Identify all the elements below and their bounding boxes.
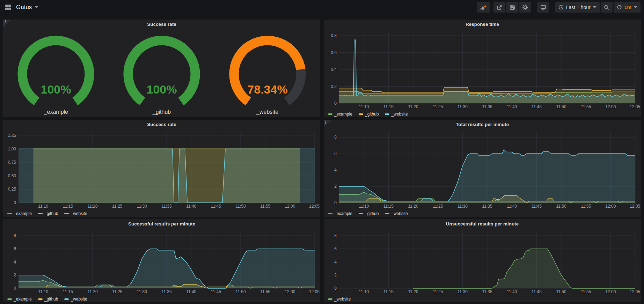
svg-text:11:45: 11:45 (532, 104, 542, 109)
svg-text:0.6: 0.6 (331, 50, 337, 55)
svg-text:11:25: 11:25 (112, 289, 122, 294)
legend-item-_website[interactable]: _website (64, 297, 87, 302)
legend-label: _website (334, 297, 351, 302)
svg-text:0.25: 0.25 (8, 187, 16, 192)
svg-text:11:15: 11:15 (383, 104, 394, 109)
legend-item-_github[interactable]: _github (359, 112, 379, 117)
panel-title[interactable]: Success rate (3, 120, 320, 129)
legend-item-_github[interactable]: _github (359, 211, 379, 216)
svg-text:11:10: 11:10 (359, 104, 369, 109)
legend-label: _example (14, 211, 32, 216)
legend-item-_example[interactable]: _example (328, 112, 352, 117)
svg-text:11:20: 11:20 (408, 104, 418, 109)
svg-text:11:25: 11:25 (433, 204, 443, 209)
svg-text:11:55: 11:55 (260, 204, 270, 209)
legend-item-_example[interactable]: _example (7, 211, 32, 216)
svg-text:2: 2 (334, 184, 337, 189)
save-icon (510, 5, 515, 10)
legend-swatch (359, 213, 363, 214)
panel-title[interactable]: Total results per minute (324, 120, 641, 129)
legend-item-_github[interactable]: _github (38, 211, 58, 216)
svg-text:11:45: 11:45 (211, 289, 221, 294)
svg-text:11:35: 11:35 (482, 204, 492, 209)
svg-text:0: 0 (334, 286, 337, 291)
time-range-button[interactable]: Last 1 hour (555, 2, 600, 13)
refresh-button[interactable]: 1m (614, 2, 641, 13)
gauge-label: _github (153, 109, 171, 115)
legend-item-_example[interactable]: _example (328, 211, 352, 216)
legend: _website (324, 296, 641, 302)
svg-text:0: 0 (334, 101, 337, 106)
svg-text:0: 0 (14, 200, 16, 205)
svg-text:11:15: 11:15 (383, 289, 394, 294)
chart-successful-results[interactable]: 0246811:1011:1511:2011:2511:3011:3511:40… (3, 228, 320, 296)
legend-swatch (328, 213, 332, 214)
svg-text:11:35: 11:35 (482, 104, 492, 109)
legend-label: _github (365, 211, 379, 216)
legend: _example_github_website (324, 210, 641, 217)
svg-text:12:05: 12:05 (309, 204, 320, 209)
navbar: Gatus (0, 0, 644, 14)
gauge-_example: 100%_example (3, 30, 109, 115)
time-range-label: Last 1 hour (566, 5, 591, 10)
chart-total-results[interactable]: 0246811:1011:1511:2011:2511:3011:3511:40… (324, 129, 641, 210)
svg-text:1.25: 1.25 (8, 133, 16, 138)
svg-text:11:40: 11:40 (186, 289, 196, 294)
svg-text:11:40: 11:40 (507, 289, 517, 294)
chart-success-rate[interactable]: 00.250.500.751.001.2511:1011:1511:2011:2… (3, 129, 320, 210)
legend-swatch (7, 213, 12, 214)
svg-text:8: 8 (334, 233, 337, 238)
legend-item-_website[interactable]: _website (64, 211, 87, 216)
legend-swatch (7, 298, 12, 300)
chart-response-time[interactable]: 00.20.40.60.811:1011:1511:2011:2511:3011… (324, 29, 641, 111)
clock-icon (558, 5, 564, 10)
legend-label: _website (391, 211, 408, 216)
svg-text:0.2: 0.2 (331, 84, 337, 89)
legend-swatch (38, 213, 43, 214)
info-corner-icon[interactable]: i (324, 120, 331, 127)
save-button[interactable] (506, 2, 518, 13)
svg-text:11:30: 11:30 (458, 204, 468, 209)
dashboard-grid-icon[interactable] (3, 3, 13, 12)
add-panel-button[interactable] (477, 2, 490, 13)
legend-item-_github[interactable]: _github (38, 297, 58, 302)
panel-title[interactable]: Unsuccessful results per minute (324, 219, 641, 228)
svg-text:11:20: 11:20 (408, 204, 418, 209)
svg-text:11:20: 11:20 (87, 289, 97, 294)
svg-text:11:15: 11:15 (383, 204, 394, 209)
settings-button[interactable] (519, 2, 531, 13)
svg-text:11:40: 11:40 (186, 204, 196, 209)
legend-item-_example[interactable]: _example (7, 297, 32, 302)
share-button[interactable] (493, 2, 505, 13)
panel-response-time: Response time 00.20.40.60.811:1011:1511:… (324, 20, 641, 117)
legend-label: _website (391, 112, 408, 117)
legend-swatch (385, 213, 389, 214)
legend-item-_website[interactable]: _website (385, 112, 408, 117)
tv-mode-button[interactable] (537, 2, 549, 13)
legend: _example_github_website (324, 111, 641, 117)
svg-text:12:05: 12:05 (630, 289, 640, 294)
panel-title[interactable]: Successful results per minute (3, 219, 320, 228)
dashboard-title-button[interactable]: Gatus (16, 4, 38, 11)
zoom-out-button[interactable] (601, 2, 613, 13)
legend: _example_github_website (3, 296, 320, 302)
info-corner-icon[interactable]: i (3, 20, 11, 27)
svg-text:11:55: 11:55 (581, 104, 591, 109)
chart-unsuccessful-results[interactable]: 0246811:1011:1511:2011:2511:3011:3511:40… (324, 228, 641, 296)
panel-title[interactable]: Response time (324, 20, 641, 29)
svg-text:11:25: 11:25 (433, 104, 443, 109)
svg-text:11:50: 11:50 (556, 289, 566, 294)
panel-title[interactable]: Success rate (3, 20, 320, 29)
svg-text:11:35: 11:35 (482, 289, 492, 294)
monitor-icon (540, 5, 546, 10)
svg-text:11:30: 11:30 (137, 289, 147, 294)
legend-swatch (64, 213, 69, 214)
svg-text:11:10: 11:10 (38, 289, 48, 294)
legend-item-_website[interactable]: _website (328, 297, 351, 302)
legend-item-_website[interactable]: _website (385, 211, 408, 216)
svg-text:11:30: 11:30 (458, 104, 468, 109)
legend-swatch (385, 113, 389, 115)
dashboard-grid: i Success rate 100%_example100%_github78… (0, 14, 644, 302)
svg-text:11:40: 11:40 (507, 204, 517, 209)
bar-chart-plus-icon (480, 5, 486, 10)
